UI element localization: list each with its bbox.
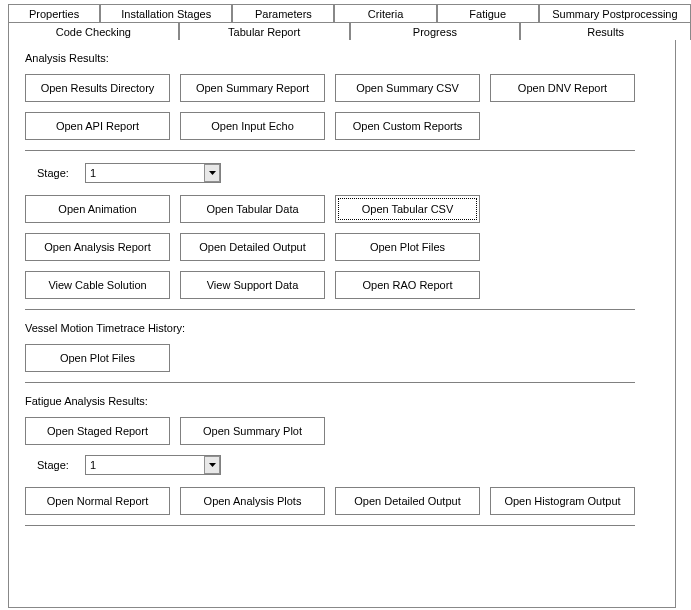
tab-code-checking[interactable]: Code Checking (8, 22, 179, 40)
svg-marker-1 (209, 463, 216, 467)
tab-strip: Properties Installation Stages Parameter… (8, 4, 691, 40)
open-custom-reports-button[interactable]: Open Custom Reports (335, 112, 480, 140)
results-panel: Analysis Results: Open Results Directory… (8, 40, 676, 608)
tab-results[interactable]: Results (520, 22, 691, 40)
open-summary-csv-button[interactable]: Open Summary CSV (335, 74, 480, 102)
tab-fatigue[interactable]: Fatigue (437, 4, 539, 22)
tab-properties[interactable]: Properties (8, 4, 100, 22)
open-tabular-data-button[interactable]: Open Tabular Data (180, 195, 325, 223)
fatigue-stage-select[interactable]: 1 (85, 455, 221, 475)
tab-criteria[interactable]: Criteria (334, 4, 436, 22)
open-histogram-output-button[interactable]: Open Histogram Output (490, 487, 635, 515)
svg-marker-0 (209, 171, 216, 175)
analysis-results-heading: Analysis Results: (25, 52, 659, 64)
fa-open-detailed-output-button[interactable]: Open Detailed Output (335, 487, 480, 515)
open-analysis-plots-button[interactable]: Open Analysis Plots (180, 487, 325, 515)
view-cable-solution-button[interactable]: View Cable Solution (25, 271, 170, 299)
open-dnv-report-button[interactable]: Open DNV Report (490, 74, 635, 102)
divider (25, 382, 635, 383)
open-animation-button[interactable]: Open Animation (25, 195, 170, 223)
tab-summary-postprocessing[interactable]: Summary Postprocessing (539, 4, 691, 22)
divider (25, 525, 635, 526)
divider (25, 309, 635, 310)
view-support-data-button[interactable]: View Support Data (180, 271, 325, 299)
open-plot-files-button[interactable]: Open Plot Files (335, 233, 480, 261)
stage-select[interactable]: 1 (85, 163, 221, 183)
open-staged-report-button[interactable]: Open Staged Report (25, 417, 170, 445)
tab-installation-stages[interactable]: Installation Stages (100, 4, 232, 22)
fatigue-stage-select-value: 1 (85, 455, 221, 475)
fatigue-stage-label: Stage: (37, 459, 85, 471)
vm-open-plot-files-button[interactable]: Open Plot Files (25, 344, 170, 372)
chevron-down-icon (204, 456, 220, 474)
tab-parameters[interactable]: Parameters (232, 4, 334, 22)
divider (25, 150, 635, 151)
open-detailed-output-button[interactable]: Open Detailed Output (180, 233, 325, 261)
open-analysis-report-button[interactable]: Open Analysis Report (25, 233, 170, 261)
open-rao-report-button[interactable]: Open RAO Report (335, 271, 480, 299)
chevron-down-icon (204, 164, 220, 182)
open-results-directory-button[interactable]: Open Results Directory (25, 74, 170, 102)
vessel-motion-heading: Vessel Motion Timetrace History: (25, 322, 659, 334)
open-input-echo-button[interactable]: Open Input Echo (180, 112, 325, 140)
open-api-report-button[interactable]: Open API Report (25, 112, 170, 140)
stage-label: Stage: (37, 167, 85, 179)
fatigue-analysis-heading: Fatigue Analysis Results: (25, 395, 659, 407)
tab-tabular-report[interactable]: Tabular Report (179, 22, 350, 40)
open-normal-report-button[interactable]: Open Normal Report (25, 487, 170, 515)
open-summary-plot-button[interactable]: Open Summary Plot (180, 417, 325, 445)
stage-select-value: 1 (85, 163, 221, 183)
open-summary-report-button[interactable]: Open Summary Report (180, 74, 325, 102)
open-tabular-csv-button[interactable]: Open Tabular CSV (335, 195, 480, 223)
tab-progress[interactable]: Progress (350, 22, 521, 40)
